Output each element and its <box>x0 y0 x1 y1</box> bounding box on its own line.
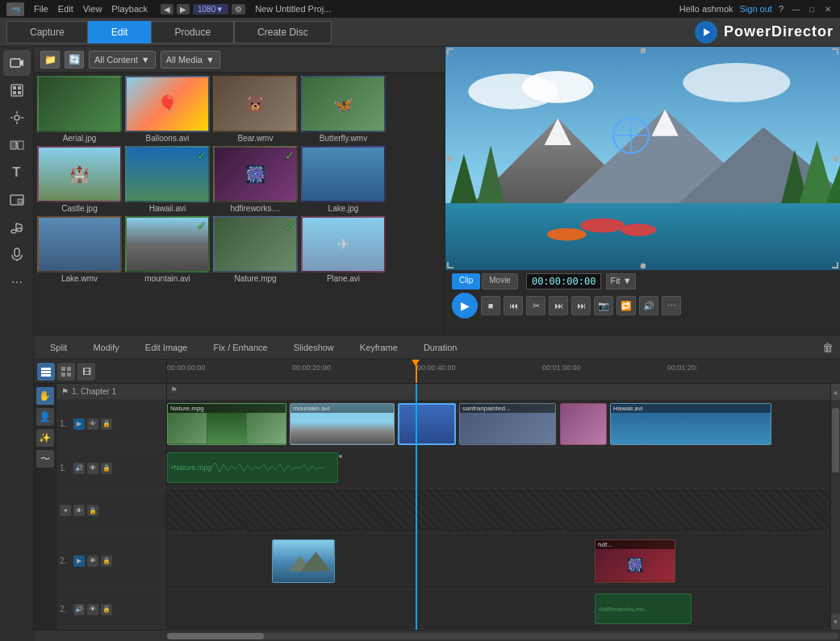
delete-clip-btn[interactable]: 🗑 <box>822 341 834 354</box>
clip-sanfran[interactable]: sanfranpainted... <box>459 403 556 445</box>
sidebar-icon-more[interactable]: ⋯ <box>3 269 31 295</box>
tab-modify[interactable]: Modify <box>80 339 132 356</box>
handle-right[interactable] <box>834 156 838 161</box>
track-2-audio-eye[interactable]: 👁 <box>87 604 98 615</box>
track-2-eye[interactable]: 👁 <box>87 556 98 567</box>
media-item-balloons[interactable]: 🎈 Balloons.avi <box>125 76 210 143</box>
corner-bl[interactable] <box>447 262 453 268</box>
clip-lake[interactable] <box>272 539 335 583</box>
media-item-mountain[interactable]: ✓ mountain.avi <box>125 216 210 283</box>
clip-fireworks[interactable]: hdf... 🎆 <box>595 539 675 583</box>
tool-hand[interactable]: ✋ <box>36 387 54 405</box>
media-item-bear[interactable]: 🐻 Bear.wmv <box>213 76 298 143</box>
track-1-audio-eye[interactable]: 👁 <box>87 463 98 474</box>
track-2-audio-lock[interactable]: 🔒 <box>101 604 112 615</box>
capture-tab[interactable]: Capture <box>6 21 88 44</box>
clip-flower[interactable] <box>560 403 607 445</box>
film-mode-btn[interactable]: 🎞 <box>77 363 95 381</box>
volume-btn[interactable]: 🔊 <box>639 296 658 315</box>
media-item-nature[interactable]: ✓ Nature.mpg <box>213 216 298 283</box>
track-fx-eye[interactable]: 👁 <box>73 505 85 516</box>
media-item-plane[interactable]: ✈ Plane.avi <box>301 216 386 283</box>
menu-edit[interactable]: Edit <box>58 4 73 14</box>
track-2-lock[interactable]: 🔒 <box>101 556 112 567</box>
settings-btn[interactable]: ⚙ <box>232 4 245 15</box>
handle-top[interactable] <box>641 48 646 53</box>
stop-btn[interactable]: ■ <box>481 296 500 315</box>
scroll-up-btn[interactable]: ▲ <box>831 384 840 400</box>
clip-nature-mpg[interactable]: Nature.mpg <box>167 403 286 445</box>
signout-link[interactable]: Sign out <box>740 4 772 14</box>
corner-br[interactable] <box>832 262 838 268</box>
menu-view[interactable]: View <box>83 4 102 14</box>
timeline-mode-btn[interactable] <box>37 363 55 381</box>
close-btn[interactable]: ✕ <box>822 3 834 15</box>
track-1-lock-btn[interactable]: 🔒 <box>101 418 112 430</box>
tool-curve[interactable]: 〜 <box>36 450 54 468</box>
expand-btn[interactable]: ▲ <box>639 260 647 268</box>
minimize-btn[interactable]: — <box>790 3 801 15</box>
media-item-hawaii[interactable]: ✓ Hawaii.avi <box>125 146 210 213</box>
sidebar-icon-voice[interactable] <box>3 242 31 268</box>
corner-tl[interactable] <box>447 48 453 55</box>
prev-frame-btn[interactable]: ⏮ <box>504 296 523 315</box>
sidebar-icon-effects[interactable] <box>3 105 31 131</box>
maximize-btn[interactable]: □ <box>806 3 817 15</box>
help-btn[interactable]: ? <box>779 4 784 14</box>
track-1-audio-lock[interactable]: 🔒 <box>101 463 112 474</box>
tab-fix-enhance[interactable]: Fix / Enhance <box>200 339 280 356</box>
preview-tab-movie[interactable]: Movie <box>482 273 518 289</box>
clip-audio-nature[interactable]: •Nature.mpg <box>167 452 338 483</box>
skip-forward-btn[interactable]: ⏭ <box>571 296 591 315</box>
loop-btn[interactable]: 🔁 <box>616 296 636 315</box>
content-filter-dropdown[interactable]: All Content ▼ <box>89 51 156 69</box>
sidebar-icon-capture[interactable] <box>3 50 31 76</box>
media-item-lakewmv[interactable]: Lake.wmv <box>37 216 122 283</box>
clip-audio-fireworks[interactable]: •hdfireworks.mc... <box>595 593 692 624</box>
media-item-hdfireworks[interactable]: 🎆 ✓ hdfireworks.... <box>213 146 298 213</box>
track-fx-lock[interactable]: 🔒 <box>87 505 98 516</box>
play-button[interactable]: ▶ <box>452 293 478 318</box>
track-1-eye-btn[interactable]: 👁 <box>87 418 98 430</box>
folder-btn[interactable]: 📁 <box>40 51 60 69</box>
storyboard-mode-btn[interactable] <box>57 363 75 381</box>
tab-duration[interactable]: Duration <box>411 339 470 356</box>
handle-left[interactable] <box>447 156 452 161</box>
tab-edit-image[interactable]: Edit Image <box>132 339 201 356</box>
sidebar-icon-media[interactable] <box>3 77 31 103</box>
menu-playback[interactable]: Playback <box>111 4 148 14</box>
split-btn[interactable]: ✂ <box>526 296 545 315</box>
snapshot-btn[interactable]: 📷 <box>594 296 613 315</box>
undo-btn[interactable]: ◀ <box>161 4 173 15</box>
sidebar-icon-pip[interactable] <box>3 187 31 213</box>
media-item-lake[interactable]: Lake.jpg <box>301 146 386 213</box>
tab-slideshow[interactable]: Slideshow <box>281 339 347 356</box>
edit-tab[interactable]: Edit <box>88 21 152 44</box>
menu-file[interactable]: File <box>34 4 48 14</box>
clip-selected[interactable] <box>398 403 456 445</box>
scroll-down-btn[interactable]: ▼ <box>831 614 840 630</box>
media-item-aerial[interactable]: Aerial.jpg <box>37 76 122 143</box>
clip-mountain[interactable]: mountain.avi <box>290 403 395 445</box>
more-options-btn[interactable]: ⋯ <box>662 296 681 315</box>
corner-tr[interactable] <box>832 48 838 55</box>
media-item-butterfly[interactable]: 🦋 Butterfly.wmv <box>301 76 386 143</box>
tab-split[interactable]: Split <box>37 339 80 356</box>
sidebar-icon-transitions[interactable] <box>3 132 31 158</box>
sidebar-icon-music[interactable] <box>3 214 31 240</box>
tool-magic[interactable]: ✨ <box>36 429 54 447</box>
preview-tab-clip[interactable]: Clip <box>452 273 480 289</box>
media-filter-dropdown[interactable]: All Media ▼ <box>161 51 220 69</box>
hscroll-track[interactable] <box>167 633 838 639</box>
redo-btn[interactable]: ▶ <box>177 4 190 15</box>
scroll-thumb[interactable] <box>832 408 839 472</box>
create-disc-tab[interactable]: Create Disc <box>234 21 332 44</box>
sidebar-icon-titles[interactable]: T <box>3 160 31 185</box>
refresh-btn[interactable]: 🔄 <box>65 51 84 69</box>
tool-person[interactable]: 👤 <box>36 408 54 426</box>
media-item-castle[interactable]: 🏰 Castle.jpg <box>37 146 122 213</box>
produce-tab[interactable]: Produce <box>151 21 234 44</box>
quality-dropdown[interactable]: 1080▼ <box>193 4 228 15</box>
vertical-scrollbar[interactable]: ▲ ▼ <box>830 384 840 630</box>
hscroll-thumb[interactable] <box>167 633 264 639</box>
